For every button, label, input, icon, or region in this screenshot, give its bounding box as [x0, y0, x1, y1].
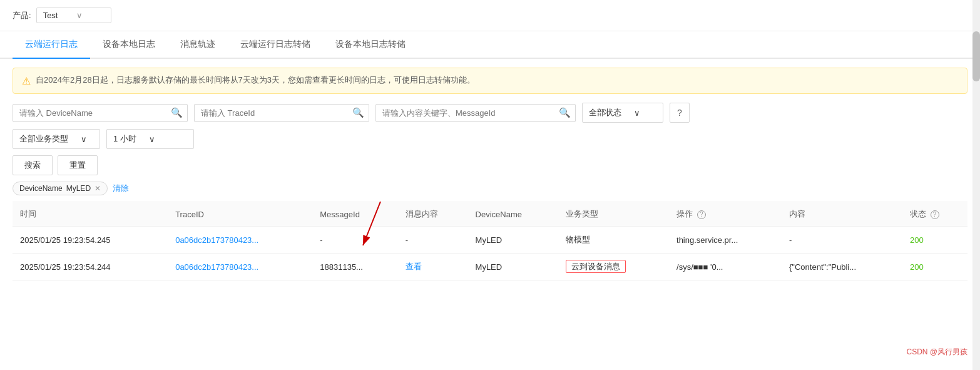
button-row: 搜索 重置 — [0, 149, 980, 182]
status-help-icon[interactable]: ? — [931, 210, 939, 219]
status-chevron-icon: ∨ — [634, 108, 640, 118]
cell-messageId-1: - — [312, 227, 397, 254]
log-table-container: 时间 TraceID MessageId 消息内容 DeviceName 业务类… — [0, 202, 980, 280]
trace-id-search-icon[interactable]: 🔍 — [352, 107, 364, 118]
device-name-search-icon[interactable]: 🔍 — [171, 107, 183, 118]
col-header-traceId: TraceID — [168, 202, 312, 227]
col-header-time: 时间 — [13, 202, 168, 227]
time-range-chevron-icon: ∨ — [149, 135, 155, 144]
cell-operation-2: /sys/■■■ '0... — [669, 254, 782, 280]
cell-traceId-2[interactable]: 0a06dc2b173780423... — [168, 254, 312, 280]
scrollbar[interactable] — [972, 0, 980, 370]
warning-bar: ⚠ 自2024年2月28日起，日志服务默认存储的最长时间将从7天改为3天，您如需… — [13, 68, 967, 94]
product-value: Test — [43, 11, 58, 20]
tab-cloud-log-storage[interactable]: 云端运行日志转储 — [228, 31, 323, 59]
tab-device-log[interactable]: 设备本地日志 — [90, 31, 168, 59]
biz-type-dropdown[interactable]: 全部业务类型 ∨ — [13, 129, 100, 149]
cell-time-1: 2025/01/25 19:23:54.245 — [13, 227, 168, 254]
tab-bar: 云端运行日志 设备本地日志 消息轨迹 云端运行日志转储 设备本地日志转储 — [0, 31, 980, 59]
cell-status-1: 200 — [902, 227, 967, 254]
biz-type-value-1: 物模型 — [566, 235, 590, 244]
search-button[interactable]: 搜索 — [13, 155, 53, 175]
device-name-input[interactable] — [13, 104, 188, 122]
product-chevron-icon: ∨ — [76, 11, 83, 20]
table-row: 2025/01/25 19:23:54.244 0a06dc2b17378042… — [13, 254, 967, 280]
filter-tags-row: DeviceName MyLED ✕ 清除 — [0, 182, 980, 202]
status-select[interactable]: 全部状态 ∨ — [582, 103, 663, 123]
cell-deviceName-2: MyLED — [468, 254, 559, 280]
biz-type-value-2: 云到设备消息 — [566, 260, 626, 273]
device-name-input-wrap: 🔍 — [13, 104, 188, 122]
col-header-deviceName: DeviceName — [468, 202, 559, 227]
cell-messageId-2: 18831135... — [312, 254, 397, 280]
time-range-dropdown[interactable]: 1 小时 ∨ — [106, 129, 194, 149]
col-header-messageId: MessageId — [312, 202, 397, 227]
tab-device-log-storage[interactable]: 设备本地日志转储 — [323, 31, 418, 59]
col-header-content: 消息内容 — [398, 202, 468, 227]
col-header-body: 内容 — [782, 202, 902, 227]
warning-text: 自2024年2月28日起，日志服务默认存储的最长时间将从7天改为3天，您如需查看… — [36, 75, 475, 86]
cell-content-1: - — [398, 227, 468, 254]
log-table: 时间 TraceID MessageId 消息内容 DeviceName 业务类… — [13, 202, 967, 280]
search-row-2: 全部业务类型 ∨ 1 小时 ∨ — [13, 129, 967, 149]
warning-icon: ⚠ — [22, 75, 31, 87]
time-range-label: 1 小时 — [113, 133, 136, 145]
biz-type-label: 全部业务类型 — [19, 133, 68, 145]
question-icon: ? — [677, 108, 682, 118]
filter-tag-value: MyLED — [66, 184, 91, 193]
col-header-bizType: 业务类型 — [558, 202, 669, 227]
cell-content-2[interactable]: 查看 — [398, 254, 468, 280]
search-row-1: 🔍 🔍 🔍 全部状态 ∨ ? — [13, 103, 967, 123]
help-button[interactable]: ? — [670, 103, 690, 123]
cell-bizType-1: 物模型 — [558, 227, 669, 254]
operation-help-icon[interactable]: ? — [697, 210, 706, 219]
tab-msg-trace[interactable]: 消息轨迹 — [168, 31, 228, 59]
view-content-link[interactable]: 查看 — [406, 262, 422, 271]
content-keyword-input-wrap: 🔍 — [375, 104, 576, 122]
cell-deviceName-1: MyLED — [468, 227, 559, 254]
product-selector[interactable]: Test ∨ — [36, 8, 111, 23]
cell-bizType-2: 云到设备消息 — [558, 254, 669, 280]
clear-filters-button[interactable]: 清除 — [113, 183, 129, 194]
content-keyword-input[interactable] — [375, 104, 576, 122]
product-label: 产品: — [13, 10, 31, 21]
trace-id-input-wrap: 🔍 — [194, 104, 369, 122]
filter-tag-close-icon[interactable]: ✕ — [94, 184, 101, 193]
cell-operation-1: thing.service.pr... — [669, 227, 782, 254]
table-row: 2025/01/25 19:23:54.245 0a06dc2b17378042… — [13, 227, 967, 254]
cell-status-2: 200 — [902, 254, 967, 280]
filter-tag-device-name: DeviceName MyLED ✕ — [13, 182, 108, 195]
trace-id-input[interactable] — [194, 104, 369, 122]
cell-time-2: 2025/01/25 19:23:54.244 — [13, 254, 168, 280]
table-header-row: 时间 TraceID MessageId 消息内容 DeviceName 业务类… — [13, 202, 967, 227]
cell-body-2: {"Content":"Publi... — [782, 254, 902, 280]
tab-cloud-log[interactable]: 云端运行日志 — [13, 31, 90, 59]
search-section: 🔍 🔍 🔍 全部状态 ∨ ? 全 — [0, 103, 980, 149]
cell-body-1: - — [782, 227, 902, 254]
cell-traceId-1[interactable]: 0a06dc2b173780423... — [168, 227, 312, 254]
col-header-status: 状态 ? — [902, 202, 967, 227]
col-header-operation: 操作 ? — [669, 202, 782, 227]
biz-type-chevron-icon: ∨ — [81, 135, 87, 144]
watermark: CSDN @风行男孩 — [906, 347, 967, 357]
status-select-label: 全部状态 — [589, 107, 621, 118]
product-bar: 产品: Test ∨ — [0, 0, 980, 31]
content-search-icon[interactable]: 🔍 — [559, 107, 571, 118]
filter-tag-key: DeviceName — [19, 184, 63, 193]
scrollbar-thumb[interactable] — [972, 31, 980, 81]
reset-button[interactable]: 重置 — [58, 155, 98, 175]
